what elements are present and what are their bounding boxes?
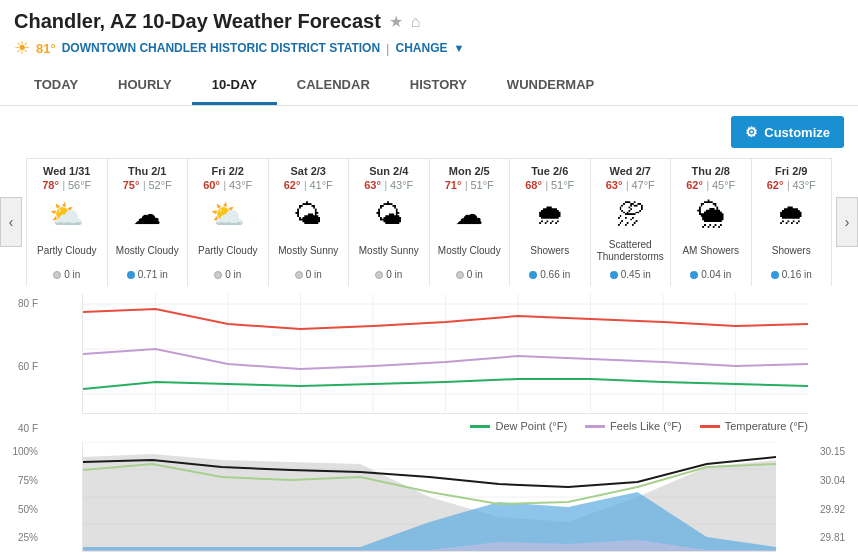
precip-indicator-5	[456, 271, 464, 279]
forecast-condition-0: Partly Cloudy	[31, 237, 103, 265]
lower-chart-svg	[83, 442, 776, 552]
forecast-day-1: Thu 2/1	[112, 165, 184, 177]
scroll-left-arrow[interactable]: ‹	[0, 197, 22, 247]
forecast-icon-5: ☁	[434, 198, 506, 231]
temperature-color	[700, 425, 720, 428]
forecast-precip-1: 0.71 in	[112, 269, 184, 280]
forecast-temp-6: 68° | 51°F	[514, 177, 586, 192]
precip-indicator-3	[295, 271, 303, 279]
forecast-col-2[interactable]: Fri 2/2 60° | 43°F ⛅ Partly Cloudy 0 in	[188, 158, 269, 286]
forecast-condition-7: Scattered Thunderstorms	[595, 237, 667, 265]
forecast-precip-9: 0.16 in	[756, 269, 828, 280]
legend-temperature: Temperature (°F)	[700, 420, 808, 432]
temp-chart-y-labels: 80 F 60 F 40 F	[2, 294, 38, 438]
tab-today[interactable]: TODAY	[14, 67, 98, 105]
dropdown-icon[interactable]: ▼	[454, 42, 465, 54]
forecast-col-1[interactable]: Thu 2/1 75° | 52°F ☁ Mostly Cloudy 0.71 …	[108, 158, 189, 286]
charts-wrapper: 80 F 60 F 40 F	[40, 294, 818, 555]
lower-label-50: 50%	[2, 504, 38, 515]
forecast-icon-9: 🌧	[756, 198, 828, 231]
lower-label-100: 100%	[2, 446, 38, 457]
forecast-col-0[interactable]: Wed 1/31 78° | 56°F ⛅ Partly Cloudy 0 in	[27, 158, 108, 286]
star-icon[interactable]: ★	[389, 12, 403, 31]
legend-feels-like: Feels Like (°F)	[585, 420, 682, 432]
forecast-condition-2: Partly Cloudy	[192, 237, 264, 265]
tab-10day[interactable]: 10-DAY	[192, 67, 277, 105]
forecast-icon-6: 🌧	[514, 198, 586, 231]
forecast-icon-3: 🌤	[273, 198, 345, 231]
forecast-condition-9: Showers	[756, 237, 828, 265]
forecast-col-3[interactable]: Sat 2/3 62° | 41°F 🌤 Mostly Sunny 0 in	[269, 158, 350, 286]
customize-label: Customize	[764, 125, 830, 140]
nav-tabs: TODAY HOURLY 10-DAY CALENDAR HISTORY WUN…	[14, 67, 844, 105]
forecast-grid: Wed 1/31 78° | 56°F ⛅ Partly Cloudy 0 in…	[26, 158, 832, 286]
forecast-temp-3: 62° | 41°F	[273, 177, 345, 192]
lower-right-label-1: 30.15	[820, 446, 856, 457]
forecast-precip-4: 0 in	[353, 269, 425, 280]
legend-dew-point: Dew Point (°F)	[470, 420, 567, 432]
precip-indicator-4	[375, 271, 383, 279]
forecast-col-9[interactable]: Fri 2/9 62° | 43°F 🌧 Showers 0.16 in	[752, 158, 833, 286]
precip-indicator-9	[771, 271, 779, 279]
forecast-scroll: ‹ Wed 1/31 78° | 56°F ⛅ Partly Cloudy 0 …	[0, 158, 858, 286]
temp-label-40: 40 F	[2, 423, 38, 434]
forecast-day-9: Fri 2/9	[756, 165, 828, 177]
forecast-temp-1: 75° | 52°F	[112, 177, 184, 192]
lower-chart	[82, 442, 776, 552]
forecast-col-5[interactable]: Mon 2/5 71° | 51°F ☁ Mostly Cloudy 0 in	[430, 158, 511, 286]
main-content: ⚙ Customize ‹ Wed 1/31 78° | 56°F ⛅ Part…	[0, 106, 858, 555]
forecast-temp-0: 78° | 56°F	[31, 177, 103, 192]
forecast-icon-4: 🌤	[353, 198, 425, 231]
feels-like-label: Feels Like (°F)	[610, 420, 682, 432]
tab-hourly[interactable]: HOURLY	[98, 67, 192, 105]
pipe-divider: |	[386, 41, 389, 56]
lower-chart-y-labels-left: 100% 75% 50% 25% 0%	[2, 442, 38, 555]
forecast-temp-5: 71° | 51°F	[434, 177, 506, 192]
station-name: DOWNTOWN CHANDLER HISTORIC DISTRICT STAT…	[62, 41, 380, 55]
current-temp: 81°	[36, 41, 56, 56]
precip-indicator-2	[214, 271, 222, 279]
forecast-precip-8: 0.04 in	[675, 269, 747, 280]
forecast-col-4[interactable]: Sun 2/4 63° | 43°F 🌤 Mostly Sunny 0 in	[349, 158, 430, 286]
forecast-precip-2: 0 in	[192, 269, 264, 280]
forecast-col-7[interactable]: Wed 2/7 63° | 47°F ⛈ Scattered Thunderst…	[591, 158, 672, 286]
tab-history[interactable]: HISTORY	[390, 67, 487, 105]
temp-chart-svg	[83, 294, 808, 414]
forecast-precip-5: 0 in	[434, 269, 506, 280]
customize-button[interactable]: ⚙ Customize	[731, 116, 844, 148]
forecast-condition-8: AM Showers	[675, 237, 747, 265]
tab-wundermap[interactable]: WUNDERMAP	[487, 67, 614, 105]
forecast-temp-8: 62° | 45°F	[675, 177, 747, 192]
change-link[interactable]: CHANGE	[396, 41, 448, 55]
precip-indicator-1	[127, 271, 135, 279]
dew-point-color	[470, 425, 490, 428]
lower-right-label-4: 29.81	[820, 532, 856, 543]
forecast-day-4: Sun 2/4	[353, 165, 425, 177]
forecast-condition-6: Showers	[514, 237, 586, 265]
subtitle-row: ☀ 81° DOWNTOWN CHANDLER HISTORIC DISTRIC…	[14, 37, 844, 59]
forecast-temp-9: 62° | 43°F	[756, 177, 828, 192]
forecast-precip-6: 0.66 in	[514, 269, 586, 280]
forecast-condition-5: Mostly Cloudy	[434, 237, 506, 265]
tab-calendar[interactable]: CALENDAR	[277, 67, 390, 105]
temp-label-60: 60 F	[2, 361, 38, 372]
forecast-precip-3: 0 in	[273, 269, 345, 280]
forecast-day-8: Thu 2/8	[675, 165, 747, 177]
scroll-right-arrow[interactable]: ›	[836, 197, 858, 247]
forecast-icon-0: ⛅	[31, 198, 103, 231]
precip-indicator-7	[610, 271, 618, 279]
forecast-precip-0: 0 in	[31, 269, 103, 280]
forecast-col-6[interactable]: Tue 2/6 68° | 51°F 🌧 Showers 0.66 in	[510, 158, 591, 286]
forecast-condition-1: Mostly Cloudy	[112, 237, 184, 265]
forecast-day-6: Tue 2/6	[514, 165, 586, 177]
forecast-icon-1: ☁	[112, 198, 184, 231]
forecast-temp-2: 60° | 43°F	[192, 177, 264, 192]
forecast-icon-8: 🌦	[675, 198, 747, 231]
forecast-col-8[interactable]: Thu 2/8 62° | 45°F 🌦 AM Showers 0.04 in	[671, 158, 752, 286]
forecast-day-7: Wed 2/7	[595, 165, 667, 177]
forecast-day-5: Mon 2/5	[434, 165, 506, 177]
lower-right-label-3: 29.92	[820, 504, 856, 515]
home-icon[interactable]: ⌂	[411, 13, 421, 31]
page-header: Chandler, AZ 10-Day Weather Forecast ★ ⌂…	[0, 0, 858, 106]
temp-chart-legend: Dew Point (°F) Feels Like (°F) Temperatu…	[82, 414, 808, 438]
